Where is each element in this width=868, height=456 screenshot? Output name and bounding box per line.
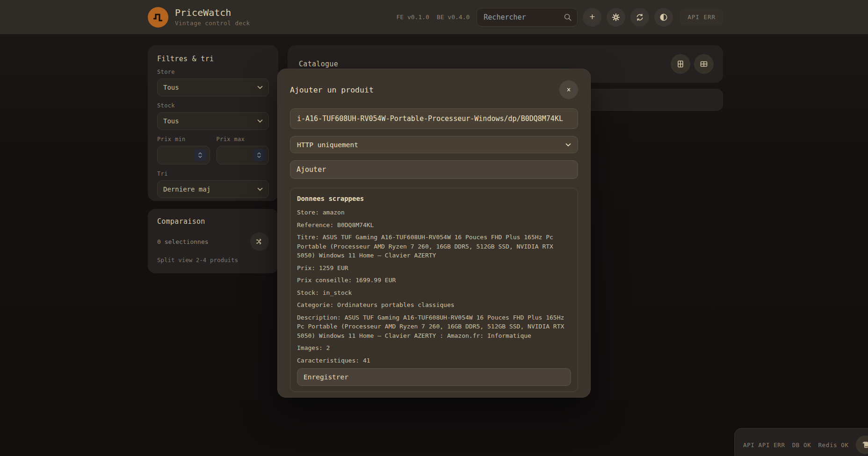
scraped-reference: Reference: B0DQ8M74KL	[297, 221, 571, 230]
chevron-down-icon	[257, 187, 263, 191]
theme-toggle-button[interactable]	[654, 8, 673, 27]
close-icon[interactable]: ×	[559, 80, 578, 99]
search-input[interactable]	[477, 8, 578, 27]
modal-title: Ajouter un produit	[290, 86, 374, 94]
scrape-mode-value: HTTP uniquement	[297, 141, 358, 149]
scraped-description: Description: ASUS TUF Gaming A16-TUF608U…	[297, 313, 571, 341]
scraped-titre: Titre: ASUS TUF Gaming A16-TUF608UH-RV05…	[297, 233, 571, 260]
product-url-input[interactable]	[290, 108, 578, 129]
app-logo-pulse-icon	[148, 7, 168, 28]
refresh-button[interactable]	[630, 8, 649, 27]
sort-select[interactable]: Derniere maj	[157, 180, 269, 198]
status-db: DB OK	[792, 442, 811, 449]
brand: PriceWatch Vintage control deck	[148, 7, 250, 28]
stock-select[interactable]: Tous	[157, 112, 269, 130]
fe-version: FE v0.1.0	[396, 14, 429, 21]
comparison-panel: Comparaison 0 selectionnes Split view 2-…	[148, 209, 278, 273]
sort-select-value: Derniere maj	[163, 185, 210, 193]
be-version: BE v0.4.0	[437, 14, 470, 21]
version-info: FE v0.1.0 BE v0.4.0	[396, 14, 470, 21]
comparison-selected-count: 0 selectionnes	[157, 238, 209, 245]
add-product-button[interactable]: +	[583, 8, 601, 27]
store-select-value: Tous	[163, 84, 179, 91]
compare-button[interactable]	[250, 232, 269, 251]
filters-panel: Filtres & tri Store Tous Stock Tous Prix…	[148, 45, 278, 201]
scroll-log-icon	[861, 440, 868, 449]
brand-text: PriceWatch Vintage control deck	[175, 7, 250, 27]
sort-label: Tri	[157, 171, 269, 177]
filters-title: Filtres & tri	[157, 55, 269, 63]
scraped-categorie: Categorie: Ordinateurs portables classiq…	[297, 300, 571, 310]
store-select[interactable]: Tous	[157, 78, 269, 96]
grid-horizontal-icon	[699, 59, 709, 69]
price-min-label: Prix min	[157, 136, 210, 142]
chevron-down-icon	[565, 143, 571, 147]
price-max-field: Prix max	[217, 130, 269, 164]
chevron-down-icon	[257, 86, 263, 89]
scraped-stock: Stock: in_stock	[297, 288, 571, 298]
chevron-down-icon	[257, 119, 263, 123]
comparison-title: Comparaison	[157, 217, 269, 226]
save-button[interactable]: Enregistrer	[297, 368, 571, 386]
scrape-mode-select[interactable]: HTTP uniquement	[290, 136, 578, 153]
grid-view-button[interactable]	[671, 54, 690, 74]
app-tagline: Vintage control deck	[175, 20, 250, 27]
status-redis: Redis OK	[818, 442, 848, 449]
logs-button[interactable]	[856, 435, 868, 454]
store-label: Store	[157, 69, 269, 75]
scraped-store: Store: amazon	[297, 208, 571, 217]
add-button[interactable]: Ajouter	[290, 160, 578, 179]
app-header: PriceWatch Vintage control deck FE v0.1.…	[0, 0, 868, 34]
gear-icon	[612, 13, 620, 21]
scraped-prix: Prix: 1259 EUR	[297, 264, 571, 273]
contrast-icon	[659, 13, 668, 21]
search-icon	[564, 13, 572, 21]
price-min-field: Prix min	[157, 130, 210, 164]
view-toggle-group	[671, 54, 714, 74]
table-view-button[interactable]	[694, 54, 714, 74]
scraped-images: Images: 2	[297, 343, 571, 353]
search-box	[477, 8, 578, 27]
api-status-badge: API ERR	[680, 9, 723, 26]
price-max-label: Prix max	[217, 136, 269, 142]
refresh-icon	[636, 13, 644, 21]
number-stepper-icon[interactable]	[194, 149, 206, 161]
scraped-data-title: Donnees scrappees	[297, 195, 571, 202]
app-title: PriceWatch	[175, 7, 250, 18]
compare-shuffle-icon	[255, 237, 264, 246]
catalogue-title: Catalogue	[299, 60, 338, 68]
stock-label: Stock	[157, 102, 269, 109]
system-status-bar: API API ERR DB OK Redis OK	[734, 428, 868, 456]
header-actions: FE v0.1.0 BE v0.4.0 +	[396, 8, 723, 27]
comparison-hint: Split view 2-4 produits	[157, 256, 269, 264]
add-product-modal: Ajouter un produit × HTTP uniquement Ajo…	[277, 69, 591, 398]
number-stepper-icon[interactable]	[253, 149, 265, 161]
scraped-prix-conseille: Prix conseille: 1699.99 EUR	[297, 276, 571, 285]
settings-button[interactable]	[607, 8, 625, 27]
grid-vertical-icon	[676, 59, 685, 69]
scraped-data-panel: Donnees scrappees Store: amazon Referenc…	[290, 188, 578, 392]
scraped-caracteristiques: Caracteristiques: 41	[297, 356, 571, 365]
status-api: API API ERR	[743, 442, 785, 449]
stock-select-value: Tous	[163, 117, 179, 125]
